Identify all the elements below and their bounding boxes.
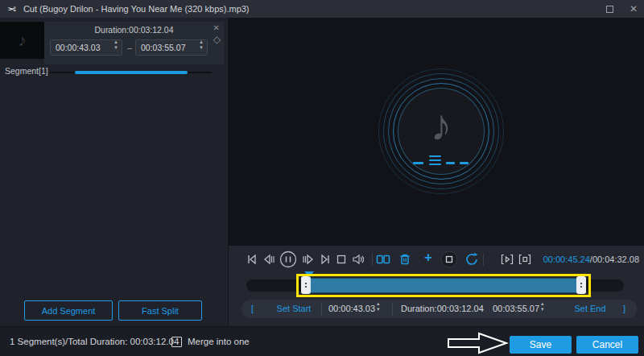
bracket-right-icon: ] [623,300,625,318]
save-label: Save [530,339,551,350]
row-divider [321,302,322,316]
apply-to-all-button[interactable] [440,250,458,268]
segment-delete-icon[interactable]: ✕ [213,23,220,33]
trim-start-value[interactable]: 00:00:43.03 [328,300,375,318]
maximize-icon [606,6,613,13]
segment-editor-card: Duration:00:03:12.04 ✕ ◇ 00:00:43.03 ▴ ▾… [44,22,224,64]
merge-checkbox[interactable] [171,337,182,347]
skip-to-end-button[interactable] [318,252,332,267]
spin-down-icon[interactable]: ▾ [541,309,544,315]
row-divider [392,302,393,316]
trim-start-spinner[interactable]: ▴ ▾ [377,300,380,318]
range-dash: – [124,39,135,56]
window-title: Cut (Bugoy Drilon - Having You Near Me (… [23,4,250,14]
equalizer-bar [413,162,423,164]
frame-forward-button[interactable] [301,252,316,267]
total-time: /00:04:32.08 [590,255,639,264]
music-note-icon: ♪ [401,93,481,157]
close-icon: ✕ [630,3,638,14]
segment-start-value: 00:00:43.03 [51,43,110,52]
add-segment-icon-button[interactable]: + [421,250,436,265]
toolbar-divider [372,253,373,266]
trim-end-value[interactable]: 00:03:55.07 [493,300,539,318]
equalizer-bar [429,155,441,157]
merge-label[interactable]: Merge into one [188,327,250,356]
end-spinner[interactable]: ▴ ▾ [196,42,207,53]
equalizer-bar [429,164,441,165]
segment-start-input[interactable]: 00:00:43.03 ▴ ▾ [50,39,122,56]
toolbar-divider [483,253,484,266]
annotation-arrow [448,332,509,354]
title-bar: ✂ Cut (Bugoy Drilon - Having You Near Me… [0,0,644,18]
start-spinner[interactable]: ▴ ▾ [110,42,122,53]
maximize-button[interactable] [602,2,617,15]
cancel-label: Cancel [592,339,622,350]
fast-split-button[interactable]: Fast Split [118,300,202,321]
delete-segment-button[interactable] [398,252,412,267]
equalizer-bar [460,162,469,164]
trim-value-bar: [ Set Start 00:00:43.03 ▴ ▾ Duration:00:… [242,300,637,318]
segment-reorder-icon[interactable]: ◇ [213,34,221,45]
add-segment-button[interactable]: Add Segment [24,300,113,321]
cut-dialog-window: ✂ Cut (Bugoy Drilon - Having You Near Me… [0,0,644,356]
playback-control-deck: + 00:00:45.24/00:04:32.08 [ Set Start [229,246,644,326]
music-note-icon: ♪ [19,31,27,50]
segment-end-value: 00:03:55.07 [136,43,196,52]
frame-back-button[interactable] [262,252,276,267]
plus-icon: + [424,250,432,266]
trim-duration-label: Duration:00:03:12.04 [401,300,481,318]
annotation-highlight-box [296,274,591,297]
stop-segment-button[interactable] [518,252,532,267]
segment-end-input[interactable]: 00:03:55.07 ▴ ▾ [135,39,208,56]
spin-down-icon[interactable]: ▾ [200,48,203,53]
volume-button[interactable] [351,252,365,267]
spin-down-icon[interactable]: ▾ [114,48,118,53]
bracket-left-icon: [ [251,300,254,318]
set-start-button[interactable]: Set Start [270,300,317,318]
skip-to-start-button[interactable] [245,252,259,267]
segment-item-label[interactable]: Segment[1] [5,66,48,76]
playback-time: 00:00:45.24/00:04:32.08 [543,255,639,264]
equalizer-bar [446,162,455,164]
segment-thumbnail[interactable]: ♪ [0,22,44,59]
split-segment-button[interactable] [376,252,390,267]
trim-end-spinner[interactable]: ▴ ▾ [541,300,544,318]
fast-split-label: Fast Split [142,306,179,316]
segment-range-fill [75,71,188,74]
add-segment-label: Add Segment [42,306,96,316]
save-button[interactable]: Save [510,336,572,354]
segments-summary: 1 Segment(s)/Total Duration: 00:03:12.04 [10,327,179,356]
audio-preview-area: ♪ [229,18,644,246]
stop-button[interactable] [334,252,349,267]
scissors-icon: ✂ [7,4,16,14]
play-segment-button[interactable] [500,252,514,267]
footer-bar: 1 Segment(s)/Total Duration: 00:03:12.04… [0,326,644,356]
close-button[interactable]: ✕ [626,2,641,15]
cancel-button[interactable]: Cancel [576,336,638,354]
segment-list-panel: ♪ Duration:00:03:12.04 ✕ ◇ 00:00:43.03 ▴… [0,18,229,326]
spin-down-icon[interactable]: ▾ [377,309,380,315]
segment-duration-label: Duration:00:03:12.04 [44,25,224,35]
set-end-button[interactable]: Set End [572,300,609,318]
reset-button[interactable] [463,250,481,268]
equalizer-bar [429,159,441,161]
pause-button[interactable] [279,250,297,268]
current-time: 00:00:45.24 [543,255,590,264]
